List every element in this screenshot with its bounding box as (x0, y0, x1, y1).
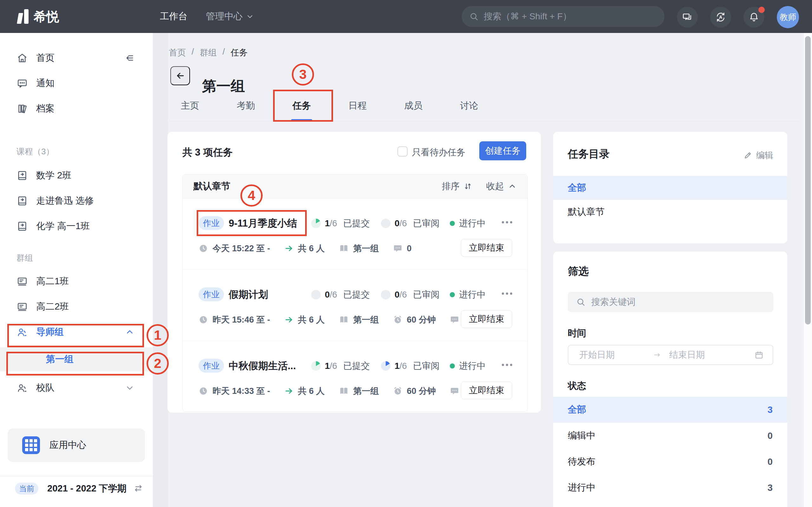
arrow-right-icon (284, 244, 294, 253)
collapse-sidebar-icon[interactable] (124, 53, 135, 63)
status-filter-unpublished[interactable]: 待发布 0 (553, 449, 787, 475)
reviewed-count: 0 (395, 218, 400, 228)
todo-only-checkbox[interactable] (397, 147, 408, 157)
back-button[interactable] (170, 66, 190, 85)
arrow-right-icon (284, 315, 294, 325)
search-icon (469, 12, 478, 21)
navbar-actions: A 教师 (677, 6, 799, 28)
todo-only-label: 只看待办任务 (412, 147, 465, 158)
sidebar-item-course-luxun[interactable]: 走进鲁迅 选修 (0, 188, 153, 214)
app-center-button[interactable]: 应用中心 (8, 429, 145, 462)
sidebar-scroll-gutter (153, 33, 168, 507)
nav-admin-center[interactable]: 管理中心 (206, 10, 254, 23)
breadcrumb-groups[interactable]: 群组 (200, 47, 217, 58)
reviewed-stat: 1/6 已审阅 (381, 360, 440, 372)
create-task-button[interactable]: 创建任务 (479, 141, 526, 160)
task-title[interactable]: 假期计划 (229, 288, 268, 301)
status-filter-editing[interactable]: 编辑中 0 (553, 423, 787, 449)
nav-workbench[interactable]: 工作台 (160, 10, 188, 23)
arrow-right-icon (284, 386, 294, 396)
people-icon (16, 382, 28, 394)
tab-schedule[interactable]: 日程 (339, 96, 375, 121)
task-catalog-card: 任务目录 编辑 全部 默认章节 (553, 132, 787, 243)
svg-text:A: A (719, 14, 722, 20)
section-label-courses: 课程（3） (0, 147, 153, 156)
tab-attendance[interactable]: 考勤 (228, 96, 264, 121)
duration-text: 60 分钟 (407, 385, 436, 397)
people-text: 共 6 人 (298, 314, 325, 326)
duration-meta: 60 分钟 (393, 385, 436, 397)
time-text: 昨天 14:33 至 - (212, 385, 270, 397)
status-filter-item-count: 0 (768, 431, 773, 441)
breadcrumb: 首页 / 群组 / 任务 (169, 47, 248, 58)
more-icon[interactable] (502, 292, 512, 295)
tab-members[interactable]: 成员 (395, 96, 432, 121)
sort-label: 排序 (442, 180, 460, 192)
sidebar-item-course-math[interactable]: 数学 2班 (0, 163, 153, 188)
end-date-placeholder[interactable]: 结束日期 (669, 349, 705, 361)
app-logo[interactable]: 希悦 (18, 9, 59, 24)
people-meta: 共 6 人 (284, 243, 325, 254)
notifications-button[interactable] (744, 7, 764, 27)
date-range-picker[interactable]: 开始日期 结束日期 (568, 345, 773, 365)
sidebar-item-home[interactable]: 首页 (0, 45, 153, 71)
more-icon[interactable] (502, 221, 512, 223)
tab-home[interactable]: 主页 (172, 96, 208, 121)
sidebar-item-class-g2c2[interactable]: 高二2班 (0, 294, 153, 320)
group-text: 第一组 (353, 314, 379, 326)
task-meta: 今天 15:22 至 - 共 6 人 第一组 0 (199, 243, 412, 254)
sidebar-item-school-team[interactable]: 校队 (0, 375, 153, 400)
breadcrumb-separator: / (192, 47, 194, 58)
status-dot (450, 292, 455, 297)
tabbar-divider (169, 121, 798, 121)
finish-now-button[interactable]: 立即结束 (461, 382, 512, 399)
keyword-search[interactable] (568, 292, 773, 312)
more-icon[interactable] (502, 364, 512, 366)
sidebar-item-notice[interactable]: 通知 (0, 71, 153, 96)
pencil-icon (744, 151, 752, 160)
catalog-item-default-chapter[interactable]: 默认章节 (553, 200, 787, 224)
sort-button[interactable]: 排序 (442, 180, 472, 192)
comments-meta: 0 (393, 244, 412, 253)
finish-now-button[interactable]: 立即结束 (461, 239, 512, 257)
reviewed-stat: 0/6 已审阅 (381, 289, 440, 301)
status-label: 进行中 (459, 217, 486, 229)
collapse-section-button[interactable]: 收起 (486, 180, 517, 192)
swap-term-icon[interactable] (133, 483, 144, 494)
chevron-down-icon (125, 383, 135, 393)
breadcrumb-home[interactable]: 首页 (169, 47, 186, 58)
duration-meta: 60 分钟 (393, 314, 436, 326)
people-text: 共 6 人 (298, 385, 325, 397)
tab-discussion[interactable]: 讨论 (451, 96, 487, 121)
status-filter-item-label: 全部 (568, 403, 586, 416)
annotation-box-3 (273, 90, 333, 122)
avatar[interactable]: 教师 (777, 6, 799, 28)
annotation-circle-1: 1 (147, 324, 169, 346)
submitted-count: 0 (325, 290, 330, 299)
page-scrollbar (804, 33, 812, 507)
sidebar-item-label: 通知 (36, 77, 55, 90)
language-button[interactable]: A (710, 7, 731, 27)
submitted-count: 1 (325, 361, 330, 371)
sidebar-item-archive[interactable]: 档案 (0, 96, 153, 121)
sidebar-item-course-chem[interactable]: 化学 高一1班 (0, 214, 153, 239)
task-title[interactable]: 中秋假期生活... (229, 359, 296, 373)
task-type-badge: 作业 (199, 287, 224, 301)
page-scrollbar-thumb[interactable] (805, 36, 811, 325)
catalog-item-all[interactable]: 全部 (553, 176, 787, 200)
status-filter-all[interactable]: 全部 3 (553, 397, 787, 423)
time-meta: 今天 15:22 至 - (199, 243, 270, 254)
start-date-placeholder[interactable]: 开始日期 (579, 349, 653, 361)
global-search[interactable] (461, 6, 664, 27)
sidebar-item-class-g2c1[interactable]: 高二1班 (0, 269, 153, 294)
messages-button[interactable] (677, 7, 698, 27)
status-filter-ongoing[interactable]: 进行中 3 (553, 475, 787, 501)
edit-catalog-button[interactable]: 编辑 (744, 150, 773, 161)
course-book-icon (16, 170, 28, 181)
submitted-stat: 0/6 已提交 (311, 289, 370, 301)
search-input[interactable] (483, 11, 657, 22)
sidebar-item-label: 首页 (36, 52, 55, 64)
finish-now-button[interactable]: 立即结束 (461, 310, 512, 328)
keyword-search-input[interactable] (591, 297, 765, 307)
class-card-icon (16, 276, 28, 287)
